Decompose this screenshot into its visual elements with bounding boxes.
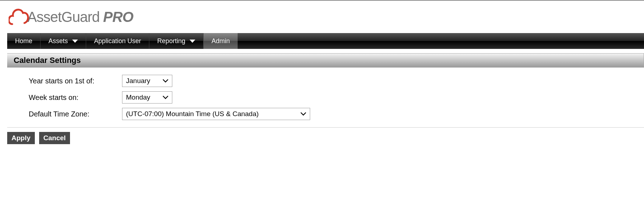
year-start-label: Year starts on 1st of: <box>29 77 122 85</box>
apply-button[interactable]: Apply <box>7 132 35 144</box>
cancel-button[interactable]: Cancel <box>39 132 70 144</box>
field-time-zone: Default Time Zone: (UTC-07:00) Mountain … <box>29 106 644 122</box>
field-year-start: Year starts on 1st of: January <box>29 73 644 89</box>
nav-label: Assets <box>48 37 68 45</box>
nav-home[interactable]: Home <box>7 33 41 49</box>
chevron-down-icon <box>72 40 78 43</box>
form-buttons: Apply Cancel <box>7 132 644 144</box>
calendar-settings-form: Year starts on 1st of: January Week star… <box>7 68 644 128</box>
brand-text-b: PRO <box>103 9 133 25</box>
chevron-down-icon <box>163 96 168 99</box>
nav-label: Application User <box>94 37 141 45</box>
chevron-down-icon <box>300 112 306 116</box>
brand-text-a: AssetGuard <box>27 9 103 25</box>
week-start-select[interactable]: Monday <box>122 91 172 104</box>
field-week-start: Week starts on: Monday <box>29 89 644 106</box>
chevron-down-icon <box>190 40 195 43</box>
cloud-icon <box>9 4 29 29</box>
chevron-down-icon <box>163 79 168 83</box>
select-value: January <box>126 77 150 85</box>
nav-label: Admin <box>211 37 230 45</box>
time-zone-label: Default Time Zone: <box>29 110 122 118</box>
time-zone-select[interactable]: (UTC-07:00) Mountain Time (US & Canada) <box>122 108 310 120</box>
nav-label: Reporting <box>157 37 185 45</box>
nav-reporting[interactable]: Reporting <box>149 33 204 49</box>
week-start-label: Week starts on: <box>29 93 122 102</box>
brand-name: AssetGuard PRO <box>27 9 133 25</box>
main-nav: Home Assets Application User Reporting A… <box>7 33 644 49</box>
nav-application-user[interactable]: Application User <box>86 33 149 49</box>
select-value: (UTC-07:00) Mountain Time (US & Canada) <box>126 110 259 118</box>
nav-assets[interactable]: Assets <box>41 33 86 49</box>
year-start-select[interactable]: January <box>122 75 172 87</box>
panel-title: Calendar Settings <box>7 53 644 68</box>
logo: AssetGuard PRO <box>7 1 644 33</box>
nav-admin[interactable]: Admin <box>204 33 238 49</box>
nav-label: Home <box>15 37 32 45</box>
select-value: Monday <box>126 93 150 101</box>
